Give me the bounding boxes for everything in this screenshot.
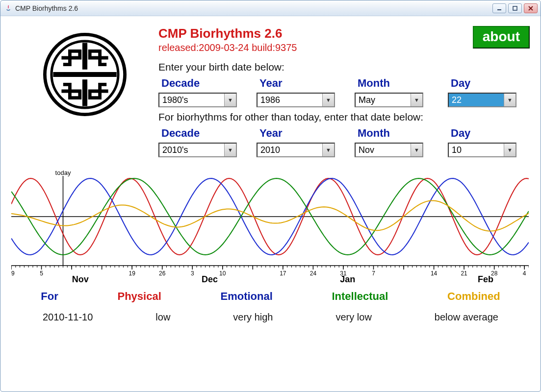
birth-month-select[interactable]: May ▼ <box>355 93 423 107</box>
svg-text:10: 10 <box>219 270 226 277</box>
svg-text:4: 4 <box>523 270 526 277</box>
target-decade-select[interactable]: 2010's ▼ <box>158 143 237 157</box>
legend-intellectual: Intellectual <box>332 290 388 303</box>
target-date-row: Decade 2010's ▼ Year 2010 ▼ <box>158 127 530 157</box>
readout-date: 2010-11-10 <box>43 312 93 323</box>
svg-rect-1 <box>513 6 517 10</box>
month-label: Month <box>355 77 428 90</box>
target-year-select[interactable]: 2010 ▼ <box>257 143 335 157</box>
birth-year-select[interactable]: 1986 ▼ <box>257 93 335 107</box>
logo-area <box>11 23 158 116</box>
birth-day-select[interactable]: 22 ▼ <box>448 93 516 107</box>
year-label: Year <box>257 77 335 90</box>
readout-intellectual: very low <box>335 312 371 323</box>
svg-text:17: 17 <box>280 270 286 277</box>
legend-row: For Physical Emotional Intellectual Comb… <box>11 290 530 303</box>
svg-text:today: today <box>55 170 71 176</box>
chevron-down-icon: ▼ <box>224 144 236 156</box>
svg-text:24: 24 <box>310 270 317 277</box>
target-day-select[interactable]: 10 ▼ <box>448 143 516 157</box>
birth-decade-select[interactable]: 1980's ▼ <box>158 93 237 107</box>
readout-row: 2010-11-10 low very high very low below … <box>11 312 530 323</box>
titlebar[interactable]: CMP Biorhythms 2.6 <box>0 0 541 16</box>
legend-physical: Physical <box>117 290 161 303</box>
chevron-down-icon: ▼ <box>504 144 515 156</box>
legend-for: For <box>41 290 58 303</box>
close-button[interactable] <box>524 3 538 13</box>
legend-combined: Combined <box>447 290 500 303</box>
longevity-symbol-icon <box>43 33 127 116</box>
readout-combined: below average <box>435 312 498 323</box>
readout-emotional: very high <box>233 312 273 323</box>
birth-date-row: Decade 1980's ▼ Year 1986 ▼ <box>158 77 530 107</box>
svg-text:Nov: Nov <box>72 274 89 284</box>
java-icon <box>4 4 12 12</box>
month-label: Month <box>355 127 428 140</box>
content-area: about CMP Biorhythms 2.6 released:2009-0… <box>0 16 541 392</box>
svg-text:29: 29 <box>11 270 15 277</box>
svg-text:Jan: Jan <box>340 274 355 284</box>
svg-text:5: 5 <box>40 270 43 277</box>
day-label: Day <box>448 127 521 140</box>
birth-prompt: Enter your birth date below: <box>158 61 530 73</box>
chevron-down-icon: ▼ <box>504 94 515 106</box>
about-button[interactable]: about <box>473 26 530 49</box>
year-label: Year <box>257 127 335 140</box>
chart-area: today295192631017243171421284NovDecJanFe… <box>11 170 530 285</box>
svg-text:21: 21 <box>461 270 467 277</box>
svg-text:19: 19 <box>129 270 135 277</box>
chevron-down-icon: ▼ <box>322 94 334 106</box>
svg-text:7: 7 <box>372 270 375 277</box>
day-label: Day <box>448 77 521 90</box>
form-column: about CMP Biorhythms 2.6 released:2009-0… <box>158 23 530 161</box>
minimize-button[interactable] <box>492 3 506 13</box>
legend-emotional: Emotional <box>220 290 272 303</box>
chevron-down-icon: ▼ <box>411 94 422 106</box>
svg-text:Dec: Dec <box>202 274 218 284</box>
svg-text:26: 26 <box>159 270 166 277</box>
svg-text:Feb: Feb <box>478 274 493 284</box>
chevron-down-icon: ▼ <box>411 144 422 156</box>
svg-text:14: 14 <box>431 270 438 277</box>
app-window: CMP Biorhythms 2.6 <box>0 0 541 392</box>
svg-text:3: 3 <box>191 270 194 277</box>
decade-label: Decade <box>158 77 237 90</box>
window-controls <box>492 3 538 13</box>
target-prompt: For biorhythms for other than today, ent… <box>158 111 530 123</box>
maximize-button[interactable] <box>508 3 522 13</box>
biorhythm-chart: today295192631017243171421284NovDecJanFe… <box>11 170 529 285</box>
window-title: CMP Biorhythms 2.6 <box>15 4 492 12</box>
chevron-down-icon: ▼ <box>322 144 334 156</box>
target-month-select[interactable]: Nov ▼ <box>355 143 423 157</box>
readout-physical: low <box>155 312 170 323</box>
chevron-down-icon: ▼ <box>224 94 236 106</box>
decade-label: Decade <box>158 127 237 140</box>
